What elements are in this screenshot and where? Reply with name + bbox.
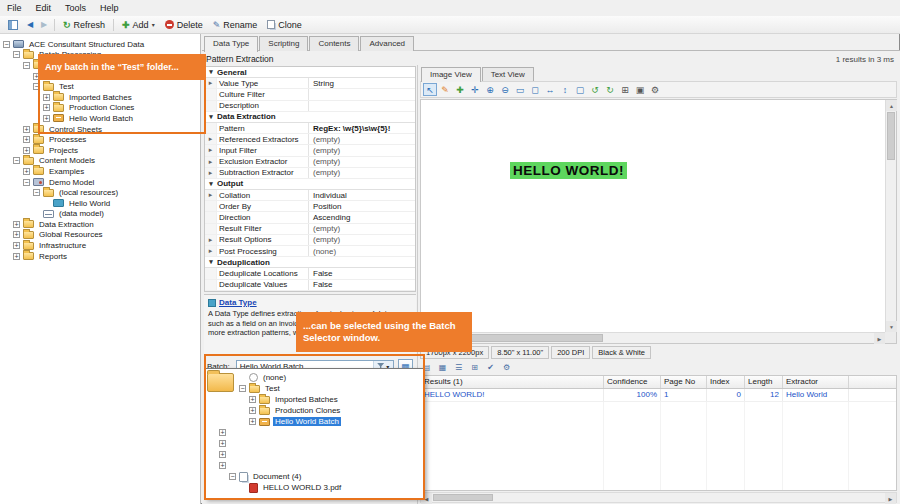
tree-item[interactable]: −(local resources) xyxy=(0,187,200,198)
nav-tree[interactable]: −ACE Consultant Structured Data−Batch Pr… xyxy=(0,34,201,504)
batch-popup-item[interactable]: +Hello World Batch xyxy=(206,416,424,427)
tree-expander-icon[interactable]: + xyxy=(249,407,256,414)
tree-expander-icon[interactable]: − xyxy=(23,179,30,186)
menu-edit[interactable]: Edit xyxy=(29,2,59,14)
menu-file[interactable]: File xyxy=(0,2,29,14)
refresh-button[interactable]: ↻ Refresh xyxy=(58,19,110,31)
property-value[interactable]: String xyxy=(309,78,415,88)
batch-popup-item[interactable]: HELLO WORLD 3.pdf xyxy=(206,482,424,493)
property-value[interactable]: (empty) xyxy=(309,168,415,178)
tree-item[interactable]: +Production Clones xyxy=(0,103,200,114)
batch-popup-item[interactable]: +Production Clones xyxy=(206,405,424,416)
property-value[interactable]: RegEx: \w{5}\s\w{5}! xyxy=(309,123,415,133)
tree-item[interactable]: +Examples xyxy=(0,166,200,177)
batch-popup-item[interactable]: + xyxy=(206,460,424,471)
tree-expander-icon[interactable]: + xyxy=(13,253,20,260)
viewer-vertical-scrollbar[interactable]: ▲ ▼ xyxy=(885,100,896,332)
result-row[interactable]: HELLO WORLD!100%1012Hello World xyxy=(421,389,896,402)
property-row[interactable]: ▸Value TypeString xyxy=(205,78,415,89)
save-image-icon[interactable]: ▣ xyxy=(633,83,647,96)
select-tool-icon[interactable]: ↖ xyxy=(423,83,437,96)
column-header-extractor[interactable]: Extractor xyxy=(783,376,849,388)
tree-item[interactable]: +Projects xyxy=(0,145,200,156)
results-horizontal-scrollbar[interactable]: ◀ ▶ xyxy=(420,492,897,503)
tree-expander-icon[interactable]: + xyxy=(43,104,50,111)
rotate-left-icon[interactable]: ↺ xyxy=(588,83,602,96)
scrollbar-thumb[interactable] xyxy=(887,112,895,160)
tree-expander-icon[interactable]: + xyxy=(249,418,256,425)
property-row[interactable]: Description xyxy=(205,101,415,112)
nav-back-icon[interactable]: ◀ xyxy=(23,20,37,29)
property-row[interactable]: Deduplicate LocationsFalse xyxy=(205,268,415,279)
tree-expander-icon[interactable]: − xyxy=(229,473,236,480)
datatype-link[interactable]: Data Type xyxy=(219,298,257,307)
tree-expander-icon[interactable]: − xyxy=(23,62,30,69)
property-row[interactable]: PatternRegEx: \w{5}\s\w{5}! xyxy=(205,123,415,134)
tree-expander-icon[interactable]: + xyxy=(23,168,30,175)
tree-expander-icon[interactable]: + xyxy=(23,136,30,143)
tree-expander-icon[interactable]: + xyxy=(13,231,20,238)
tree-item[interactable]: +Data Extraction xyxy=(0,219,200,230)
column-header-page-no[interactable]: Page No xyxy=(661,376,707,388)
property-value[interactable] xyxy=(309,101,415,111)
tree-item[interactable]: −ACE Consultant Structured Data xyxy=(0,39,200,50)
tree-expander-icon[interactable]: + xyxy=(23,126,30,133)
tree-item[interactable]: +Infrastructure xyxy=(0,240,200,251)
batch-popup-item[interactable]: + xyxy=(206,427,424,438)
menu-tools[interactable]: Tools xyxy=(58,2,93,14)
fit-height-icon[interactable]: ↕ xyxy=(558,83,572,96)
rotate-right-icon[interactable]: ↻ xyxy=(603,83,617,96)
tree-item[interactable]: −Content Models xyxy=(0,156,200,167)
scrollbar-thumb[interactable] xyxy=(433,494,493,501)
column-header-length[interactable]: Length xyxy=(745,376,783,388)
scroll-right-icon[interactable]: ▶ xyxy=(885,493,896,504)
tree-item[interactable]: −Demo Model xyxy=(0,177,200,188)
tree-expander-icon[interactable]: − xyxy=(33,83,40,90)
tree-expander-icon[interactable]: + xyxy=(23,147,30,154)
tree-item[interactable]: −Test xyxy=(0,81,200,92)
viewer-horizontal-scrollbar[interactable]: ◀ ▶ xyxy=(421,332,885,343)
property-row[interactable]: Order ByPosition xyxy=(205,201,415,212)
tree-expander-icon[interactable]: − xyxy=(239,385,246,392)
tree-expander-icon[interactable]: + xyxy=(13,221,20,228)
property-value[interactable] xyxy=(309,89,415,99)
add-button[interactable]: ✚ Add ▾ xyxy=(117,19,160,31)
tree-expander-icon[interactable]: − xyxy=(3,41,10,48)
tab-data-type[interactable]: Data Type xyxy=(204,36,258,52)
column-header-index[interactable]: Index xyxy=(707,376,745,388)
clone-button[interactable]: Clone xyxy=(262,19,307,31)
tab-scripting[interactable]: Scripting xyxy=(259,36,308,51)
tree-item[interactable]: Hello World xyxy=(0,198,200,209)
property-category-row[interactable]: ▾Data Extraction xyxy=(205,112,415,123)
property-row[interactable]: ▸Referenced Extractors(empty) xyxy=(205,134,415,145)
menu-help[interactable]: Help xyxy=(93,2,126,14)
property-value[interactable]: False xyxy=(309,280,415,290)
refresh-view-icon[interactable]: ⊞ xyxy=(618,83,632,96)
tree-expander-icon[interactable]: + xyxy=(43,115,50,122)
document-page[interactable]: HELLO WORLD! xyxy=(421,100,885,332)
tab-advanced[interactable]: Advanced xyxy=(360,36,414,51)
add-dropdown-icon[interactable]: ▾ xyxy=(152,21,155,28)
editor-tabs[interactable]: Data TypeScriptingContentsAdvanced xyxy=(204,36,414,51)
property-value[interactable]: (empty) xyxy=(309,224,415,234)
tree-expander-icon[interactable]: + xyxy=(219,429,226,436)
tree-expander-icon[interactable]: − xyxy=(33,189,40,196)
property-row[interactable]: ▸Input Filter(empty) xyxy=(205,145,415,156)
property-category-row[interactable]: ▾Deduplication xyxy=(205,257,415,268)
property-value[interactable]: (empty) xyxy=(309,145,415,155)
property-value[interactable]: Individual xyxy=(309,190,415,200)
tab-contents[interactable]: Contents xyxy=(309,36,359,51)
results-columns-icon[interactable]: ⊞ xyxy=(468,362,481,374)
property-category-row[interactable]: ▾Output xyxy=(205,179,415,190)
property-value[interactable]: (empty) xyxy=(309,134,415,144)
add-zone-icon[interactable]: ✚ xyxy=(453,83,467,96)
zoom-out-icon[interactable]: ⊖ xyxy=(498,83,512,96)
batch-popup-item[interactable]: + xyxy=(206,438,424,449)
batch-popup-item[interactable]: (none) xyxy=(206,372,424,383)
fit-width-icon[interactable]: ↔ xyxy=(543,83,557,96)
batch-popup-tree[interactable]: (none)−Test+Imported Batches+Production … xyxy=(206,372,424,493)
property-row[interactable]: Deduplicate ValuesFalse xyxy=(205,280,415,291)
tree-expander-icon[interactable]: + xyxy=(249,396,256,403)
properties-grid[interactable]: ▾General▸Value TypeStringCulture FilterD… xyxy=(204,66,416,292)
batch-popup-item[interactable]: +Imported Batches xyxy=(206,394,424,405)
